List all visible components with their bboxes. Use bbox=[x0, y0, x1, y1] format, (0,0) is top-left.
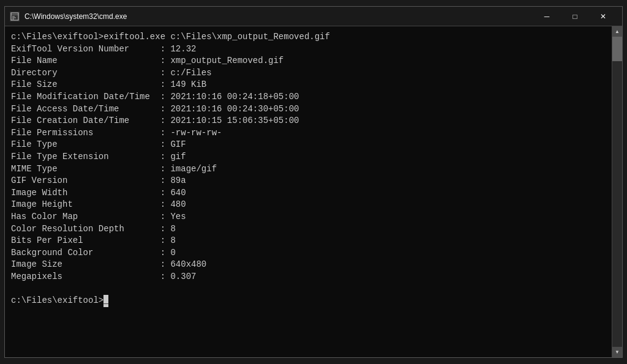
table-row: Background Color : 0 bbox=[11, 248, 176, 258]
table-row: File Type : GIF bbox=[11, 139, 186, 149]
key-label: File Size bbox=[11, 80, 160, 89]
window-icon bbox=[10, 12, 20, 21]
key-label: File Permissions bbox=[11, 128, 160, 138]
table-row: Directory : c:/Files bbox=[11, 68, 212, 78]
cmd-window: C:\Windows\system32\cmd.exe ─ □ ✕ c:\Fil… bbox=[4, 6, 623, 358]
key-label: GIF Version bbox=[11, 176, 160, 185]
maximize-button[interactable]: □ bbox=[561, 7, 589, 26]
table-row: Has Color Map : Yes bbox=[11, 212, 186, 221]
cursor: _ bbox=[103, 295, 108, 307]
table-row: Color Resolution Depth : 8 bbox=[11, 224, 176, 234]
table-row: File Permissions : -rw-rw-rw- bbox=[11, 128, 222, 138]
key-label: ExifTool Version Number bbox=[11, 44, 160, 54]
table-row: Bits Per Pixel : 8 bbox=[11, 236, 176, 245]
table-row: File Size : 149 KiB bbox=[11, 80, 206, 89]
key-label: File Type bbox=[11, 139, 160, 149]
table-row: Image Width : 640 bbox=[11, 188, 186, 198]
command-line: c:\Files\exiftool>exiftool.exe c:\Files\… bbox=[11, 32, 330, 42]
table-row: ExifTool Version Number : 12.32 bbox=[11, 44, 196, 54]
table-row: File Access Date/Time : 2021:10:16 00:24… bbox=[11, 104, 299, 114]
scrollbar-up-button[interactable]: ▲ bbox=[612, 26, 623, 37]
key-label: File Modification Date/Time bbox=[11, 92, 160, 102]
key-label: File Access Date/Time bbox=[11, 104, 160, 114]
window-title: C:\Windows\system32\cmd.exe bbox=[24, 12, 533, 21]
key-label: Bits Per Pixel bbox=[11, 236, 160, 245]
key-label: File Name bbox=[11, 56, 160, 65]
table-row: Megapixels : 0.307 bbox=[11, 272, 196, 281]
key-label: Color Resolution Depth bbox=[11, 224, 160, 234]
key-label: Image Size bbox=[11, 259, 160, 269]
key-label: Background Color bbox=[11, 248, 160, 258]
terminal-body: c:\Files\exiftool>exiftool.exe c:\Files\… bbox=[5, 26, 622, 357]
terminal-content[interactable]: c:\Files\exiftool>exiftool.exe c:\Files\… bbox=[5, 26, 612, 357]
prompt-line: c:\Files\exiftool>_ bbox=[11, 295, 108, 305]
key-label: File Type Extension bbox=[11, 152, 160, 162]
minimize-button[interactable]: ─ bbox=[533, 7, 561, 26]
window-controls: ─ □ ✕ bbox=[533, 7, 617, 26]
table-row: MIME Type : image/gif bbox=[11, 164, 217, 174]
table-row: File Creation Date/Time : 2021:10:15 15:… bbox=[11, 116, 299, 125]
table-row: GIF Version : 89a bbox=[11, 176, 186, 185]
prompt-text: c:\Files\exiftool> bbox=[11, 295, 103, 305]
table-row: Image Size : 640x480 bbox=[11, 259, 206, 269]
scrollbar-thumb[interactable] bbox=[612, 37, 622, 61]
close-button[interactable]: ✕ bbox=[589, 7, 617, 26]
key-label: MIME Type bbox=[11, 164, 160, 174]
key-label: Megapixels bbox=[11, 272, 160, 281]
table-row: Image Height : 480 bbox=[11, 199, 186, 209]
key-label: Directory bbox=[11, 68, 160, 78]
scrollbar-track bbox=[612, 37, 622, 347]
key-label: Has Color Map bbox=[11, 212, 160, 221]
table-row: File Type Extension : gif bbox=[11, 152, 186, 162]
key-label: Image Height bbox=[11, 199, 160, 209]
table-row: File Modification Date/Time : 2021:10:16… bbox=[11, 92, 299, 102]
scrollbar[interactable]: ▲ ▼ bbox=[612, 26, 622, 357]
table-row: File Name : xmp_output_Removed.gif bbox=[11, 56, 283, 65]
key-label: File Creation Date/Time bbox=[11, 116, 160, 125]
scrollbar-down-button[interactable]: ▼ bbox=[612, 347, 623, 357]
title-bar: C:\Windows\system32\cmd.exe ─ □ ✕ bbox=[5, 7, 622, 26]
key-label: Image Width bbox=[11, 188, 160, 198]
